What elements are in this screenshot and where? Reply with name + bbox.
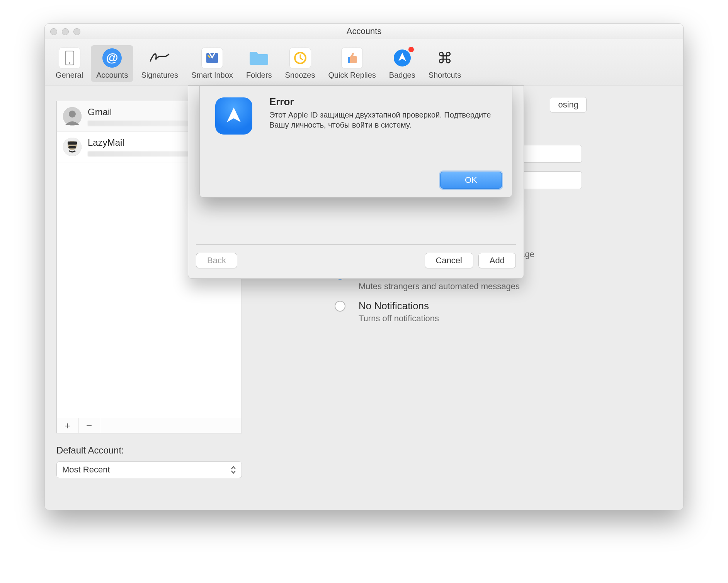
- zoom-window-button[interactable]: [73, 28, 80, 35]
- default-account-value: Most Recent: [62, 465, 110, 475]
- toolbar-item-shortcuts[interactable]: ⌘ Shortcuts: [423, 45, 466, 82]
- toolbar-label: Snoozes: [285, 71, 315, 80]
- error-alert: Error Этот Apple ID защищен двухэтапной …: [199, 85, 512, 198]
- cancel-button[interactable]: Cancel: [425, 253, 473, 268]
- svg-text:@: @: [106, 51, 118, 65]
- avatar: [63, 138, 82, 156]
- window-controls: [50, 28, 80, 35]
- toolbar-label: Accounts: [96, 71, 128, 80]
- toolbar-item-quick-replies[interactable]: Quick Replies: [323, 45, 381, 82]
- notification-dot-icon: [408, 46, 415, 53]
- toolbar-label: Badges: [389, 71, 415, 80]
- toolbar-item-general[interactable]: General: [50, 45, 88, 82]
- app-icon: [215, 97, 252, 135]
- remove-account-button[interactable]: −: [78, 418, 100, 433]
- notification-option-none[interactable]: No Notifications Turns off notifications: [335, 298, 651, 331]
- folder-icon: [248, 48, 270, 68]
- chevron-updown-icon: [231, 464, 239, 476]
- window-title: Accounts: [45, 24, 683, 39]
- svg-point-9: [69, 111, 76, 118]
- toolbar-item-snoozes[interactable]: Snoozes: [280, 45, 321, 82]
- toolbar-label: Shortcuts: [429, 71, 461, 80]
- detail-tab-partial[interactable]: osing: [550, 97, 587, 113]
- toolbar-label: Quick Replies: [328, 71, 376, 80]
- signature-icon: [149, 48, 170, 68]
- radio-button[interactable]: [335, 301, 345, 312]
- toolbar-label: General: [56, 71, 83, 80]
- back-button[interactable]: Back: [196, 253, 237, 268]
- inbox-icon: [201, 48, 223, 68]
- separator: [196, 244, 516, 245]
- alert-message: Этот Apple ID защищен двухэтапной провер…: [269, 110, 500, 130]
- svg-point-1: [69, 62, 70, 64]
- avatar: [63, 107, 82, 126]
- add-account-button[interactable]: +: [57, 418, 78, 433]
- option-subtitle: Turns off notifications: [359, 314, 651, 324]
- clock-icon: [289, 48, 311, 68]
- toolbar-item-smart-inbox[interactable]: Smart Inbox: [186, 45, 238, 82]
- toolbar-label: Folders: [246, 71, 272, 80]
- preferences-window: Accounts General @ Accounts Signatures: [44, 23, 684, 510]
- toolbar-label: Smart Inbox: [191, 71, 233, 80]
- badge-icon: [391, 48, 413, 68]
- toolbar-label: Signatures: [141, 71, 178, 80]
- svg-rect-12: [68, 141, 77, 145]
- command-icon: ⌘: [434, 48, 456, 68]
- default-account-label: Default Account:: [56, 445, 124, 456]
- svg-rect-13: [68, 146, 76, 148]
- toolbar-item-badges[interactable]: Badges: [384, 45, 421, 82]
- option-subtitle: Mutes strangers and automated messages: [359, 281, 651, 292]
- alert-title: Error: [269, 96, 294, 108]
- content-area: Gmail LazyMail + − Default Account:: [45, 85, 683, 510]
- option-title: No Notifications: [359, 300, 651, 312]
- toolbar-item-accounts[interactable]: @ Accounts: [91, 45, 133, 82]
- close-window-button[interactable]: [50, 28, 57, 35]
- titlebar: Accounts: [45, 24, 683, 39]
- preferences-toolbar: General @ Accounts Signatures Smart Inbo…: [45, 39, 683, 85]
- default-account-select[interactable]: Most Recent: [56, 461, 242, 478]
- thumbs-up-icon: [341, 48, 363, 68]
- toolbar-item-signatures[interactable]: Signatures: [136, 45, 184, 82]
- toolbar-item-folders[interactable]: Folders: [241, 45, 277, 82]
- add-button[interactable]: Add: [478, 253, 516, 268]
- device-icon: [59, 48, 80, 68]
- ok-button[interactable]: OK: [440, 172, 502, 189]
- account-list-footer: + −: [56, 418, 242, 433]
- minimize-window-button[interactable]: [62, 28, 69, 35]
- at-icon: @: [101, 48, 123, 68]
